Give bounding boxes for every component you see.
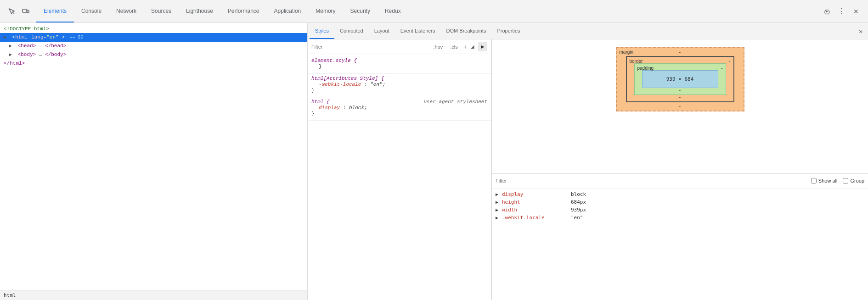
- computed-filter-input[interactable]: [496, 178, 806, 183]
- padding-left-dash: -: [637, 77, 638, 82]
- toolbar-icons: [2, 0, 36, 22]
- computed-prop-height-name: height: [502, 199, 571, 205]
- toolbar: Elements Console Network Sources Lightho…: [0, 0, 868, 23]
- svg-line-0: [12, 12, 14, 14]
- show-all-label[interactable]: Show all: [811, 178, 838, 183]
- main-content: <!DOCTYPE html> ▶ <html lang="en" > == $…: [0, 23, 868, 300]
- filter-hov-button[interactable]: :hov: [432, 43, 445, 50]
- right-content: :hov .cls + ◢ ▶ element.style {: [308, 39, 868, 300]
- tab-sources[interactable]: Sources: [144, 0, 179, 22]
- dom-panel: <!DOCTYPE html> ▶ <html lang="en" > == $…: [0, 23, 308, 300]
- html-tag-line[interactable]: ▶ <html lang="en" > == $0: [0, 33, 307, 42]
- webkit-locale-expand-arrow[interactable]: ▶: [496, 215, 502, 220]
- width-expand-arrow[interactable]: ▶: [496, 207, 502, 212]
- svg-rect-2: [27, 10, 29, 13]
- styles-panel: :hov .cls + ◢ ▶ element.style {: [308, 39, 491, 300]
- computed-prop-width-value: 939px: [571, 207, 586, 213]
- computed-prop-webkit-locale-value: "en": [571, 215, 583, 221]
- tab-memory[interactable]: Memory: [308, 0, 343, 22]
- device-toolbar-button[interactable]: [19, 5, 32, 18]
- group-checkbox[interactable]: [843, 178, 848, 183]
- show-all-checkbox[interactable]: [811, 178, 817, 183]
- border-left-dash: -: [629, 77, 630, 82]
- computed-section: Show all Group ▶ display block: [492, 173, 868, 300]
- styles-filter-bar: :hov .cls + ◢ ▶: [308, 39, 491, 54]
- dom-tree[interactable]: <!DOCTYPE html> ▶ <html lang="en" > == $…: [0, 23, 307, 290]
- inspect-element-button[interactable]: [6, 5, 18, 18]
- computed-filter-bar: Show all Group: [492, 174, 868, 189]
- styles-tabs: Styles Computed Layout Event Listeners D…: [308, 23, 868, 39]
- body-line[interactable]: ▶ <body> … </body>: [0, 50, 307, 59]
- border-right-dash: -: [730, 77, 731, 82]
- html-close-line: </html>: [0, 59, 307, 67]
- margin-left-dash: -: [620, 77, 621, 82]
- border-box: border - - - - padding - - -: [626, 56, 734, 102]
- tab-elements[interactable]: Elements: [36, 0, 74, 22]
- computed-prop-height-value: 684px: [571, 199, 586, 205]
- tab-performance[interactable]: Performance: [220, 0, 267, 22]
- group-label[interactable]: Group: [843, 178, 864, 183]
- toolbar-right: ⋮ ✕: [817, 5, 866, 18]
- computed-prop-webkit-locale: ▶ -webkit-locale "en": [496, 214, 864, 222]
- filter-plus-sub: ◢: [471, 44, 474, 49]
- display-expand-arrow[interactable]: ▶: [496, 192, 502, 197]
- tab-event-listeners[interactable]: Event Listeners: [395, 23, 441, 39]
- styles-tab-more-button[interactable]: »: [855, 23, 866, 39]
- margin-label: margin: [620, 50, 634, 55]
- tab-console[interactable]: Console: [74, 0, 109, 22]
- close-button[interactable]: ✕: [850, 5, 862, 18]
- tab-dom-breakpoints[interactable]: DOM Breakpoints: [441, 23, 492, 39]
- padding-label: padding: [637, 66, 654, 71]
- tab-list: Elements Console Network Sources Lightho…: [36, 0, 817, 22]
- tab-styles[interactable]: Styles: [310, 23, 334, 39]
- computed-prop-display-value: block: [571, 191, 586, 197]
- right-panel: Styles Computed Layout Event Listeners D…: [308, 23, 868, 300]
- box-model-computed-panel: margin - - - - border - - - -: [491, 39, 868, 300]
- computed-prop-height: ▶ height 684px: [496, 198, 864, 206]
- head-expand-arrow[interactable]: ▶: [9, 43, 15, 50]
- padding-right-dash: -: [722, 77, 723, 82]
- padding-top-right-dash: -: [721, 66, 722, 71]
- border-bottom-dash: -: [679, 94, 681, 100]
- filter-cls-button[interactable]: .cls: [448, 43, 460, 50]
- doctype-line: <!DOCTYPE html>: [0, 25, 307, 33]
- body-expand-arrow[interactable]: ▶: [9, 51, 15, 59]
- computed-prop-display: ▶ display block: [496, 190, 864, 198]
- styles-rules[interactable]: element.style { } html[Attributes Style]…: [308, 54, 491, 300]
- css-rule-html-ua: html { user agent stylesheet display : b…: [308, 97, 491, 121]
- computed-prop-webkit-locale-name: -webkit-locale: [502, 215, 571, 221]
- head-line[interactable]: ▶ <head> … </head>: [0, 42, 307, 50]
- box-model-panel: margin - - - - border - - - -: [492, 39, 868, 173]
- expand-arrow[interactable]: ▶: [4, 34, 9, 41]
- computed-prop-width: ▶ width 939px: [496, 206, 864, 214]
- padding-box: padding - - - - 939 × 684: [634, 63, 726, 95]
- filter-plus-button[interactable]: +: [463, 43, 467, 50]
- styles-filter-input[interactable]: [311, 44, 428, 50]
- dom-breadcrumb: html: [0, 290, 307, 300]
- computed-prop-width-name: width: [502, 207, 571, 213]
- content-box: 939 × 684: [642, 70, 718, 88]
- margin-box: margin - - - - border - - - -: [616, 47, 744, 111]
- tab-redux[interactable]: Redux: [378, 0, 408, 22]
- tab-properties[interactable]: Properties: [491, 23, 525, 39]
- tab-network[interactable]: Network: [109, 0, 144, 22]
- tab-application[interactable]: Application: [267, 0, 309, 22]
- css-rule-element-style: element.style { }: [308, 56, 491, 74]
- tab-security[interactable]: Security: [343, 0, 378, 22]
- filter-play-button[interactable]: ▶: [478, 42, 487, 51]
- css-rule-html-attrs: html[Attributes Style] { -webkit-locale …: [308, 74, 491, 97]
- svg-rect-1: [23, 9, 27, 12]
- tab-lighthouse[interactable]: Lighthouse: [179, 0, 220, 22]
- tab-computed[interactable]: Computed: [334, 23, 369, 39]
- more-options-button[interactable]: ⋮: [835, 5, 848, 18]
- padding-bottom-dash: -: [679, 88, 681, 93]
- border-top-right-dash: -: [729, 59, 730, 64]
- computed-props: ▶ display block ▶ height 684px ▶ width: [492, 189, 868, 223]
- tab-layout[interactable]: Layout: [369, 23, 395, 39]
- margin-bottom-dash: -: [679, 104, 681, 109]
- settings-button[interactable]: [820, 5, 833, 18]
- box-model-visual: margin - - - - border - - - -: [616, 47, 744, 111]
- computed-prop-display-name: display: [502, 191, 571, 197]
- height-expand-arrow[interactable]: ▶: [496, 200, 502, 205]
- margin-top-dash: -: [679, 50, 681, 55]
